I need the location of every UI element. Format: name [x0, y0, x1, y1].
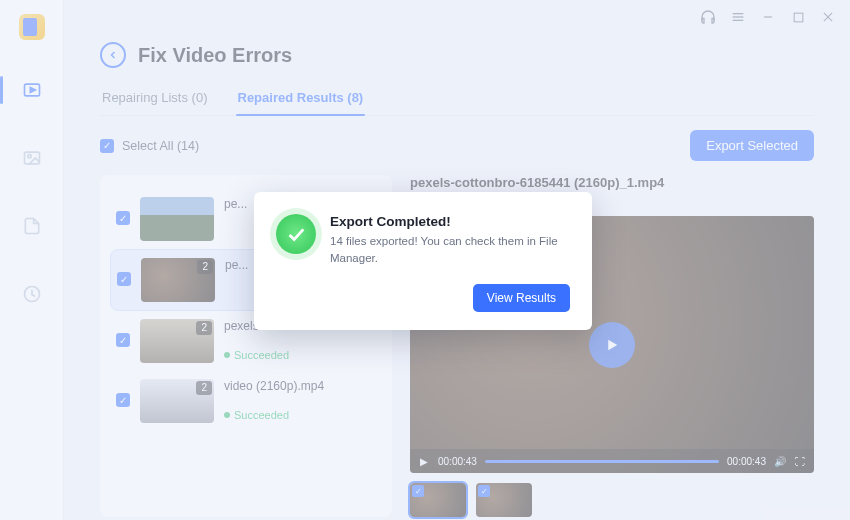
modal-message: 14 files exported! You can check them in…: [330, 233, 570, 268]
view-results-button[interactable]: View Results: [473, 284, 570, 312]
modal-title: Export Completed!: [330, 214, 570, 229]
success-check-icon: [276, 214, 316, 254]
export-completed-dialog: Export Completed! 14 files exported! You…: [254, 192, 592, 330]
